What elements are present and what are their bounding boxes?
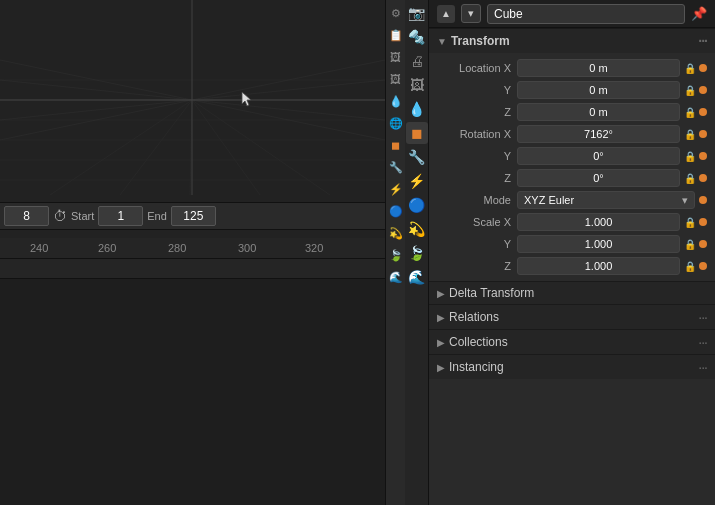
prop-icon-scene[interactable]: 📷 bbox=[406, 2, 428, 24]
object-type-selector[interactable]: ▾ bbox=[461, 4, 481, 23]
rotation-y-dot[interactable] bbox=[699, 152, 707, 160]
sidebar-view-icon[interactable]: 🖼 bbox=[387, 48, 405, 66]
scale-x-lock[interactable]: 🔒 bbox=[684, 217, 696, 228]
end-frame[interactable]: 125 bbox=[171, 206, 216, 226]
scale-y-label: Y bbox=[437, 238, 517, 250]
properties-icon-strip: 📷 🔩 🖨 🖼 💧 ◼ 🔧 ⚡ 🔵 💫 🍃 🌊 bbox=[405, 0, 429, 505]
object-type-label: ▾ bbox=[468, 7, 474, 20]
end-label: End bbox=[147, 210, 167, 222]
rotation-mode-select[interactable]: XYZ Euler ▾ bbox=[517, 191, 695, 209]
sidebar-properties-icon[interactable]: ⚙ bbox=[387, 4, 405, 22]
scale-x-field[interactable]: 1.000 bbox=[517, 213, 680, 231]
prop-icon-world[interactable]: 💧 bbox=[406, 98, 428, 120]
prop-icon-object[interactable]: ◼ bbox=[406, 122, 428, 144]
sidebar-data-icon[interactable]: 🍃 bbox=[387, 246, 405, 264]
viewport-grid bbox=[0, 0, 385, 195]
instancing-section[interactable]: ▶ Instancing ··· bbox=[429, 354, 715, 379]
mode-label: Mode bbox=[437, 194, 517, 206]
sidebar-world-icon[interactable]: 🌐 bbox=[387, 114, 405, 132]
timeline-content[interactable] bbox=[0, 258, 385, 505]
location-x-label: Location X bbox=[437, 62, 517, 74]
object-name-field[interactable]: Cube bbox=[487, 4, 685, 24]
sidebar-constraints-icon[interactable]: 💫 bbox=[387, 224, 405, 242]
location-x-row: Location X 0 m 🔒 bbox=[429, 57, 715, 79]
sidebar-scene-icon[interactable]: 📋 bbox=[387, 26, 405, 44]
ruler-320: 320 bbox=[305, 242, 323, 254]
start-label: Start bbox=[71, 210, 94, 222]
location-x-dot[interactable] bbox=[699, 64, 707, 72]
pin-icon[interactable]: 📌 bbox=[691, 6, 707, 21]
rotation-mode-chevron: ▾ bbox=[682, 194, 688, 207]
current-frame[interactable]: 8 bbox=[4, 206, 49, 226]
prop-icon-material[interactable]: 🌊 bbox=[406, 266, 428, 288]
rotation-z-row: Z 0° 🔒 bbox=[429, 167, 715, 189]
prop-icon-particles[interactable]: ⚡ bbox=[406, 170, 428, 192]
play-icon[interactable]: ⏱ bbox=[53, 208, 67, 224]
sidebar-object-icon[interactable]: ◼ bbox=[387, 136, 405, 154]
transform-content: Location X 0 m 🔒 Y 0 m 🔒 Z 0 m bbox=[429, 53, 715, 281]
transform-dots[interactable]: ··· bbox=[698, 33, 707, 49]
transform-chevron: ▼ bbox=[437, 36, 447, 47]
viewport[interactable]: 8 ⏱ Start 1 End 125 240 260 280 300 320 bbox=[0, 0, 385, 505]
location-y-label: Y bbox=[437, 84, 517, 96]
delta-label: Delta Transform bbox=[449, 286, 534, 300]
relations-section[interactable]: ▶ Relations ··· bbox=[429, 304, 715, 329]
instancing-dots[interactable]: ··· bbox=[698, 359, 707, 375]
transform-section-header[interactable]: ▼ Transform ··· bbox=[429, 28, 715, 53]
prop-icon-constraints[interactable]: 💫 bbox=[406, 218, 428, 240]
rotation-mode-dot[interactable] bbox=[699, 196, 707, 204]
location-x-lock[interactable]: 🔒 bbox=[684, 63, 696, 74]
scale-y-lock[interactable]: 🔒 bbox=[684, 239, 696, 250]
rotation-x-lock[interactable]: 🔒 bbox=[684, 129, 696, 140]
scale-y-row: Y 1.000 🔒 bbox=[429, 233, 715, 255]
scale-z-lock[interactable]: 🔒 bbox=[684, 261, 696, 272]
object-type-icon: ▲ bbox=[437, 5, 455, 23]
rotation-y-row: Y 0° 🔒 bbox=[429, 145, 715, 167]
rotation-mode-row: Mode XYZ Euler ▾ bbox=[429, 189, 715, 211]
location-x-field[interactable]: 0 m bbox=[517, 59, 680, 77]
rotation-y-lock[interactable]: 🔒 bbox=[684, 151, 696, 162]
location-z-field[interactable]: 0 m bbox=[517, 103, 680, 121]
instancing-chevron: ▶ bbox=[437, 362, 445, 373]
scale-y-dot[interactable] bbox=[699, 240, 707, 248]
scale-z-dot[interactable] bbox=[699, 262, 707, 270]
rotation-z-field[interactable]: 0° bbox=[517, 169, 680, 187]
location-y-row: Y 0 m 🔒 bbox=[429, 79, 715, 101]
sidebar-modifier-icon[interactable]: 🔧 bbox=[387, 158, 405, 176]
scale-x-dot[interactable] bbox=[699, 218, 707, 226]
prop-icon-output[interactable]: 🖨 bbox=[406, 50, 428, 72]
location-y-dot[interactable] bbox=[699, 86, 707, 94]
viewport-sidebar: ⚙ 📋 🖼 🖼 💧 🌐 ◼ 🔧 ⚡ 🔵 💫 🍃 🌊 bbox=[385, 0, 405, 505]
prop-icon-view[interactable]: 🖼 bbox=[406, 74, 428, 96]
location-z-dot[interactable] bbox=[699, 108, 707, 116]
prop-icon-modifier[interactable]: 🔧 bbox=[406, 146, 428, 168]
scale-y-field[interactable]: 1.000 bbox=[517, 235, 680, 253]
sidebar-material-icon[interactable]: 🌊 bbox=[387, 268, 405, 286]
location-y-field[interactable]: 0 m bbox=[517, 81, 680, 99]
rotation-x-dot[interactable] bbox=[699, 130, 707, 138]
prop-icon-renderlayer[interactable]: 🔩 bbox=[406, 26, 428, 48]
rotation-z-lock[interactable]: 🔒 bbox=[684, 173, 696, 184]
collections-dots[interactable]: ··· bbox=[698, 334, 707, 350]
rotation-z-dot[interactable] bbox=[699, 174, 707, 182]
delta-chevron: ▶ bbox=[437, 288, 445, 299]
delta-transform-section[interactable]: ▶ Delta Transform bbox=[429, 281, 715, 304]
location-z-lock[interactable]: 🔒 bbox=[684, 107, 696, 118]
location-y-lock[interactable]: 🔒 bbox=[684, 85, 696, 96]
prop-icon-physics[interactable]: 🔵 bbox=[406, 194, 428, 216]
sidebar-image-icon[interactable]: 🖼 bbox=[387, 70, 405, 88]
sidebar-color-icon[interactable]: 💧 bbox=[387, 92, 405, 110]
rotation-x-field[interactable]: 7162° bbox=[517, 125, 680, 143]
prop-icon-data[interactable]: 🍃 bbox=[406, 242, 428, 264]
sidebar-particles-icon[interactable]: ⚡ bbox=[387, 180, 405, 198]
rotation-y-field[interactable]: 0° bbox=[517, 147, 680, 165]
sidebar-physics-icon[interactable]: 🔵 bbox=[387, 202, 405, 220]
scale-z-field[interactable]: 1.000 bbox=[517, 257, 680, 275]
collections-section[interactable]: ▶ Collections ··· bbox=[429, 329, 715, 354]
timeline-ruler: 240 260 280 300 320 bbox=[0, 238, 385, 258]
rotation-x-label: Rotation X bbox=[437, 128, 517, 140]
relations-dots[interactable]: ··· bbox=[698, 309, 707, 325]
properties-content: ▲ ▾ Cube 📌 ▼ Transform ··· Location X 0 … bbox=[429, 0, 715, 505]
scale-x-row: Scale X 1.000 🔒 bbox=[429, 211, 715, 233]
start-frame[interactable]: 1 bbox=[98, 206, 143, 226]
